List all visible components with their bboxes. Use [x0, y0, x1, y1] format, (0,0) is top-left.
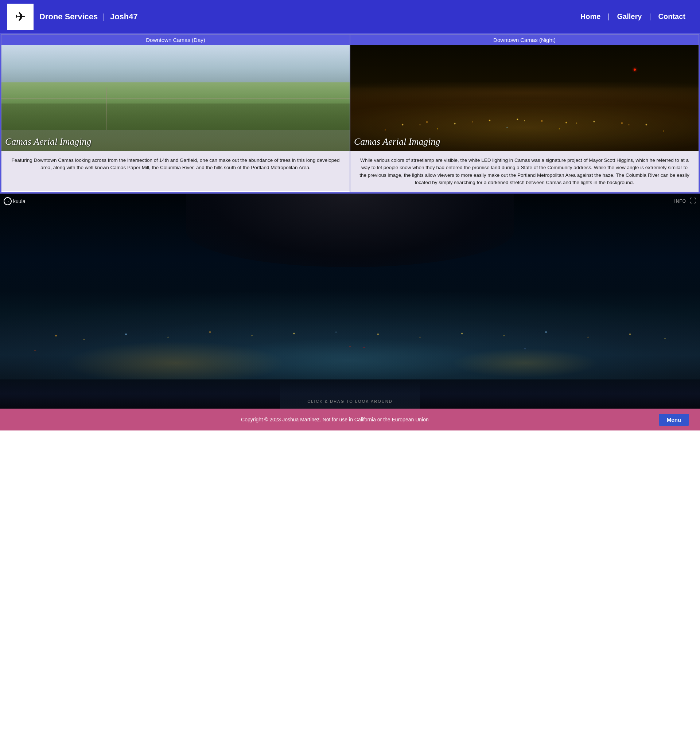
nav-contact[interactable]: Contact	[651, 12, 693, 21]
kuula-fullscreen-button[interactable]: ⛶	[690, 197, 696, 205]
logo-box: ✈	[7, 4, 33, 30]
kuula-logo: ○ kuula	[4, 197, 25, 205]
header-nav: Home | Gallery | Contact	[573, 12, 693, 21]
gallery-night-image: Camas Aerial Imaging	[350, 45, 699, 151]
header: ✈ Drone Services | Josh47 Home | Gallery…	[0, 0, 700, 33]
kuula-section[interactable]: ○ kuula INFO ⛶ CLICK & DRAG TO LOOK AROU…	[0, 193, 700, 409]
header-divider: |	[103, 12, 105, 22]
kuula-fisheye	[186, 194, 514, 267]
nav-gallery[interactable]: Gallery	[610, 12, 649, 21]
drone-icon: ✈	[15, 9, 26, 25]
kuula-info-label[interactable]: INFO	[674, 199, 686, 204]
gallery-night-label: Downtown Camas (Night)	[350, 35, 699, 45]
footer-copyright: Copyright © 2023 Joshua Martinez. Not fo…	[11, 417, 659, 423]
nav-home[interactable]: Home	[573, 12, 608, 21]
kuula-controls: INFO ⛶	[674, 197, 696, 205]
gallery-day-label: Downtown Camas (Day)	[1, 35, 350, 45]
gallery-day-description: Featuring Downtown Camas looking across …	[1, 151, 350, 191]
kuula-lights-layer	[0, 306, 700, 379]
day-photo	[1, 45, 350, 151]
kuula-brand-name: kuula	[13, 198, 25, 204]
kuula-scene[interactable]: ○ kuula INFO ⛶ CLICK & DRAG TO LOOK AROU…	[0, 194, 700, 409]
kuula-drag-hint: CLICK & DRAG TO LOOK AROUND	[307, 399, 392, 404]
gallery-col-night: Downtown Camas (Night) Camas Aerial Imag…	[350, 34, 699, 192]
footer-menu-button[interactable]: Menu	[659, 414, 689, 426]
kuula-logo-circle: ○	[4, 197, 12, 205]
header-user: Josh47	[110, 12, 138, 22]
footer: Copyright © 2023 Joshua Martinez. Not fo…	[0, 409, 700, 430]
night-image-label: Camas Aerial Imaging	[354, 137, 440, 147]
site-name: Drone Services	[39, 12, 98, 22]
header-brand: Drone Services | Josh47	[39, 12, 138, 22]
kuula-road-hint	[280, 379, 420, 409]
gallery-section: Downtown Camas (Day) Camas Aerial Imagin…	[0, 33, 700, 193]
gallery-day-image: Camas Aerial Imaging	[1, 45, 350, 151]
night-photo	[350, 45, 699, 151]
gallery-col-day: Downtown Camas (Day) Camas Aerial Imagin…	[1, 34, 350, 192]
gallery-night-description: While various colors of streetlamp are v…	[350, 151, 699, 192]
day-image-label: Camas Aerial Imaging	[5, 137, 91, 147]
